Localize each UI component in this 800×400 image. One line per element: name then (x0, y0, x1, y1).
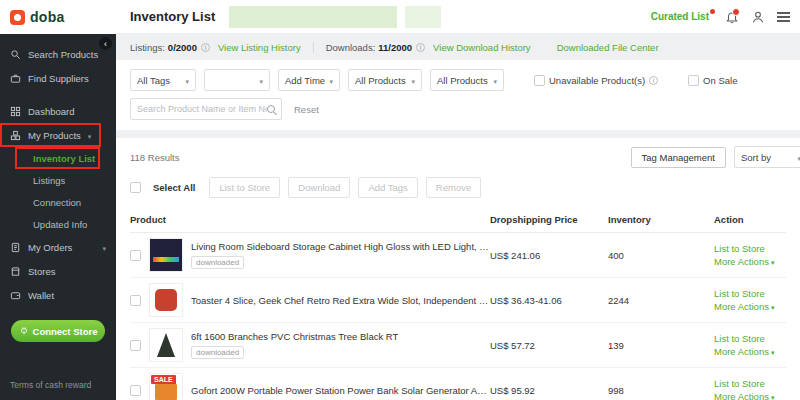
product-price: US$ 57.72 (490, 340, 608, 351)
menu-hamburger-icon[interactable] (777, 12, 790, 22)
search-icon[interactable] (267, 105, 275, 113)
sidebar-item-my-orders[interactable]: My Orders (0, 235, 116, 259)
row-checkbox[interactable] (130, 385, 141, 396)
bulk-list-to-store-button[interactable]: List to Store (209, 177, 280, 198)
column-inventory: Inventory (608, 214, 714, 225)
info-icon[interactable] (649, 76, 658, 85)
notifications-bell-icon[interactable] (723, 8, 741, 26)
select-all-checkbox[interactable] (130, 182, 141, 193)
sidebar-item-wallet[interactable]: Wallet (0, 283, 116, 307)
secondary-tag-select[interactable] (204, 69, 270, 91)
connect-store-label: Connect Store (33, 326, 98, 337)
store-icon (10, 266, 21, 277)
doba-logo-icon (10, 10, 25, 25)
sidebar-item-updated-info[interactable]: Updated Info (0, 213, 116, 235)
row-checkbox[interactable] (130, 250, 141, 261)
row-checkbox[interactable] (130, 295, 141, 306)
product-thumbnail[interactable] (149, 238, 183, 272)
info-icon[interactable] (416, 43, 425, 52)
select-all-label[interactable]: Select All (153, 182, 195, 193)
row-checkbox[interactable] (130, 340, 141, 351)
chevron-down-icon (769, 346, 775, 357)
page-title: Inventory List (130, 9, 215, 24)
product-status-value: All Products (437, 75, 488, 86)
chevron-down-icon (259, 75, 263, 86)
doba-app: doba ‹ Search Products Find Suppliers Da… (0, 0, 800, 400)
view-listing-history-link[interactable]: View Listing History (218, 42, 301, 53)
product-thumbnail[interactable] (149, 328, 183, 362)
bulk-remove-button[interactable]: Remove (426, 177, 481, 198)
product-price: US$ 36.43-41.06 (490, 295, 608, 306)
redacted-area (405, 6, 441, 28)
sidebar-item-label: Search Products (28, 49, 98, 60)
sidebar-collapse-button[interactable]: ‹ (99, 37, 112, 50)
more-actions-link[interactable]: More Actions (714, 346, 786, 357)
sidebar-item-label: Stores (28, 266, 55, 277)
sidebar-item-connection[interactable]: Connection (0, 191, 116, 213)
table-row: SALE Gofort 200W Portable Power Station … (130, 368, 786, 400)
chevron-down-icon (185, 75, 189, 86)
sidebar-item-inventory-list[interactable]: Inventory List (15, 147, 100, 169)
more-actions-label: More Actions (714, 346, 769, 357)
product-search-input[interactable] (137, 104, 267, 114)
sidebar-item-my-products[interactable]: My Products (0, 123, 101, 147)
sidebar-item-label: Wallet (28, 290, 54, 301)
add-time-value: Add Time (285, 75, 325, 86)
bulk-add-tags-button[interactable]: Add Tags (358, 177, 417, 198)
list-to-store-link[interactable]: List to Store (714, 288, 786, 299)
more-actions-link[interactable]: More Actions (714, 256, 786, 267)
info-icon[interactable] (201, 43, 210, 52)
user-account-icon[interactable] (749, 8, 767, 26)
listings-value: 0/2000 (168, 42, 197, 53)
product-thumbnail[interactable]: SALE (149, 373, 183, 400)
product-type-select[interactable]: All Products (348, 69, 422, 91)
sidebar-item-find-suppliers[interactable]: Find Suppliers (0, 66, 116, 90)
product-title[interactable]: Toaster 4 Slice, Geek Chef Retro Red Ext… (191, 295, 490, 306)
all-tags-select[interactable]: All Tags (130, 69, 196, 91)
product-title[interactable]: 6ft 1600 Branches PVC Christmas Tree Bla… (191, 331, 490, 342)
list-to-store-link[interactable]: List to Store (714, 243, 786, 254)
plug-icon (19, 326, 29, 336)
chevron-down-icon (769, 391, 775, 400)
unavailable-products-checkbox[interactable] (534, 75, 545, 86)
sidebar-item-stores[interactable]: Stores (0, 259, 116, 283)
more-actions-label: More Actions (714, 256, 769, 267)
product-title[interactable]: Living Room Sideboard Storage Cabinet Hi… (191, 241, 490, 252)
list-to-store-link[interactable]: List to Store (714, 333, 786, 344)
curated-list-link[interactable]: Curated List (651, 11, 715, 22)
column-product: Product (130, 214, 490, 225)
more-actions-link[interactable]: More Actions (714, 301, 786, 312)
product-thumbnail[interactable] (149, 283, 183, 317)
column-dropshipping-price: Dropshipping Price (490, 214, 608, 225)
chevron-down-icon (493, 75, 497, 86)
reset-filters-link[interactable]: Reset (294, 104, 319, 115)
tag-management-button[interactable]: Tag Management (631, 147, 726, 168)
on-sale-checkbox[interactable] (688, 75, 699, 86)
product-status-select[interactable]: All Products (430, 69, 504, 91)
terms-of-cash-reward-link[interactable]: Terms of cash reward (0, 370, 116, 400)
chevron-down-icon (102, 242, 106, 253)
sidebar-item-label: Find Suppliers (28, 73, 89, 84)
doba-logo[interactable]: doba (0, 0, 116, 34)
sort-by-select[interactable]: Sort by (734, 146, 800, 168)
add-time-select[interactable]: Add Time (278, 69, 340, 91)
sidebar-item-label: Dashboard (28, 106, 74, 117)
chevron-down-icon (769, 256, 775, 267)
results-count: 118 Results (130, 152, 179, 163)
bulk-download-button[interactable]: Download (288, 177, 350, 198)
connect-store-button[interactable]: Connect Store (11, 320, 105, 342)
downloaded-file-center-link[interactable]: Downloaded File Center (557, 42, 659, 53)
more-actions-link[interactable]: More Actions (714, 391, 786, 400)
table-row: Living Room Sideboard Storage Cabinet Hi… (130, 233, 786, 278)
chevron-down-icon (769, 301, 775, 312)
list-to-store-link[interactable]: List to Store (714, 378, 786, 389)
more-actions-label: More Actions (714, 301, 769, 312)
product-search-box (130, 98, 282, 120)
product-price: US$ 95.92 (490, 385, 608, 396)
view-download-history-link[interactable]: View Download History (433, 42, 531, 53)
main-area: Inventory List Curated List Listings: 0/… (116, 0, 800, 400)
product-title[interactable]: Gofort 200W Portable Power Station Power… (191, 385, 490, 396)
sidebar-item-dashboard[interactable]: Dashboard (0, 99, 116, 123)
chevron-down-icon (88, 130, 92, 141)
sidebar-item-listings[interactable]: Listings (0, 169, 116, 191)
